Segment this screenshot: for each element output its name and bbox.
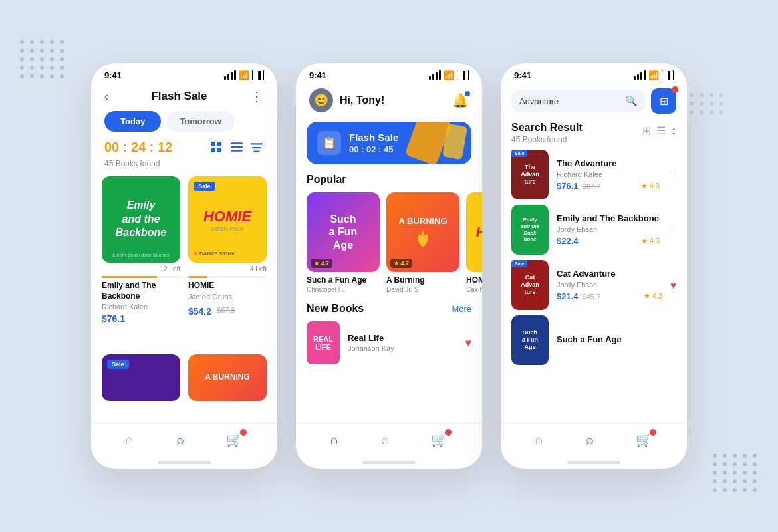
nav-home-3[interactable]: ⌂ xyxy=(535,432,543,448)
advanture-author: Richard Kalee xyxy=(557,170,660,178)
cat-info: Cat Advanture Jordy Ehsan $21.4 $45.7 ★ … xyxy=(557,269,662,302)
search-query-text: Advanture xyxy=(519,96,620,106)
book-burning-1[interactable]: Sale xyxy=(102,354,180,423)
popular-book-burning[interactable]: A BURNING ★ 4.7 A Burning David Jr. S xyxy=(386,192,459,293)
status-icons-1: 📶 ▐ xyxy=(224,70,264,80)
result-book-cat[interactable]: Sale CatAdvanture Cat Advanture Jordy Eh… xyxy=(511,260,676,310)
svg-rect-3 xyxy=(217,148,221,152)
popular-book-hom[interactable]: HO HOM Cak N xyxy=(466,192,482,293)
flash-sale-banner[interactable]: 📋 Flash Sale 00 : 02 : 45 xyxy=(307,122,471,164)
search-input-wrap[interactable]: Advanture 🔍 xyxy=(511,90,646,112)
cart-badge-3 xyxy=(650,429,656,436)
emily-price: $76.1 xyxy=(102,313,180,324)
svg-rect-5 xyxy=(231,146,243,147)
result-book-funage[interactable]: Sucha FunAge Such a Fun Age xyxy=(511,315,676,365)
tab-today[interactable]: Today xyxy=(104,111,161,132)
result-grid-icon[interactable]: ⊞ xyxy=(642,124,651,137)
funage-result-title: Such a Fun Age xyxy=(557,334,676,346)
svg-rect-1 xyxy=(217,142,221,146)
search-glass-icon: 🔍 xyxy=(625,95,638,107)
advanture-price: $76.1 xyxy=(557,181,579,191)
result-count: 45 Books found xyxy=(511,135,583,144)
cat-heart[interactable]: ♥ xyxy=(670,279,676,291)
nav-cart-1[interactable]: 🛒 xyxy=(226,432,243,448)
funage-rating: ★ 4.7 xyxy=(311,259,332,268)
cat-author: Jordy Ehsan xyxy=(557,281,662,289)
emily-result-heart[interactable]: ♡ xyxy=(668,224,676,236)
cart-badge-1 xyxy=(240,429,247,436)
nav-cart-2[interactable]: 🛒 xyxy=(431,432,448,448)
advanture-heart[interactable]: ♡ xyxy=(668,169,676,181)
reallife-title: Real Life xyxy=(348,333,457,343)
battery-icon-1: ▐ xyxy=(252,70,264,80)
search-icon-1: ⌕ xyxy=(176,432,184,448)
notification-bell[interactable]: 🔔 xyxy=(452,92,469,108)
emily-author: Richard Kalee xyxy=(102,303,180,311)
result-title: Search Result xyxy=(511,122,583,134)
grid-view-icon[interactable] xyxy=(209,140,224,155)
cat-cover: Sale CatAdvanture xyxy=(511,260,549,310)
burning-rating: ★ 4.7 xyxy=(390,259,412,268)
cat-sale-badge: Sale xyxy=(511,260,527,267)
filter-icon[interactable] xyxy=(249,140,264,155)
filter-icon: ⊞ xyxy=(660,95,668,108)
nav-search-2[interactable]: ⌕ xyxy=(381,432,389,448)
homie-price-orig: $67.5 xyxy=(217,306,235,314)
result-view-icons: ⊞ ☰ ↕ xyxy=(642,124,676,137)
emily-title: Emily and The Backbone xyxy=(102,281,180,301)
result-list-icon[interactable]: ☰ xyxy=(656,124,666,137)
home-icon-1: ⌂ xyxy=(126,432,134,448)
book-homie[interactable]: Sale HOMIE LOREM IPSUM ♥ DANZE STIMH 4 L… xyxy=(188,176,267,346)
filter-button[interactable]: ⊞ xyxy=(651,88,676,114)
popular-section-title: Popular xyxy=(296,174,482,192)
cat-cover-text: CatAdvanture xyxy=(519,272,541,297)
burning-content: A BURNING xyxy=(398,216,447,249)
home-indicator-3 xyxy=(567,461,620,464)
book-burning-2[interactable]: A BURNING xyxy=(188,354,267,423)
flash-sale-header: ‹ Flash Sale ⋮ xyxy=(91,83,277,111)
new-books-header: New Books More xyxy=(296,303,482,321)
cat-price-orig: $45.7 xyxy=(583,293,601,301)
book-emily[interactable]: Emilyand theBackbone Lorem ipsum dolor s… xyxy=(102,176,180,346)
back-button[interactable]: ‹ xyxy=(104,90,108,104)
burning-author: David Jr. S xyxy=(386,286,459,293)
menu-button[interactable]: ⋮ xyxy=(250,88,264,104)
filter-dot xyxy=(672,86,678,93)
homie-stock: 4 Left xyxy=(188,265,267,273)
nav-home-2[interactable]: ⌂ xyxy=(330,432,338,448)
advanture-price-orig: $87.7 xyxy=(583,182,601,190)
tab-tomorrow[interactable]: Tomorrow xyxy=(166,111,235,132)
emily-result-price-row: $22.4 ★ 4.3 xyxy=(557,236,660,246)
time-2: 9:41 xyxy=(309,70,326,80)
result-book-advanture[interactable]: Sale TheAdvanture The Advanture Richard … xyxy=(511,150,676,200)
reallife-heart[interactable]: ♥ xyxy=(465,337,472,349)
reallife-info: Real Life Johanson Kay xyxy=(348,333,457,352)
result-book-emily[interactable]: Emilyand theBackbone Emily and The Backb… xyxy=(511,205,676,255)
funage-result-info: Such a Fun Age xyxy=(557,334,676,346)
nav-search-1[interactable]: ⌕ xyxy=(176,432,184,448)
advanture-price-row: $76.1 $87.7 ★ 4.3 xyxy=(557,181,660,191)
list-view-icon[interactable] xyxy=(229,140,244,155)
new-book-reallife[interactable]: REALLIFE Real Life Johanson Kay ♥ xyxy=(296,321,482,371)
burning-cover-pop: A BURNING ★ 4.7 xyxy=(386,192,459,272)
more-link[interactable]: More xyxy=(452,304,471,314)
home-header: 😊 Hi, Tony! 🔔 xyxy=(296,83,482,122)
result-header-row: Search Result 45 Books found ⊞ ☰ ↕ xyxy=(501,122,687,150)
nav-home-1[interactable]: ⌂ xyxy=(126,432,134,448)
status-bar-1: 9:41 📶 ▐ xyxy=(91,63,277,83)
page-title: Flash Sale xyxy=(151,90,207,103)
svg-rect-4 xyxy=(231,142,243,144)
wifi-icon-2: 📶 xyxy=(444,70,454,80)
nav-cart-3[interactable]: 🛒 xyxy=(636,432,652,448)
advanture-cover: Sale TheAdvanture xyxy=(511,150,549,200)
emily-result-price: $22.4 xyxy=(557,236,579,246)
timer-row: 00 : 24 : 12 xyxy=(91,140,277,159)
time-1: 9:41 xyxy=(104,70,122,80)
nav-search-3[interactable]: ⌕ xyxy=(586,432,594,448)
homie-sale-badge: Sale xyxy=(194,182,215,191)
homie-cover: Sale HOMIE LOREM IPSUM ♥ DANZE STIMH xyxy=(188,176,267,263)
emily-stock: 12 Left xyxy=(102,265,180,273)
result-header: Search Result 45 Books found xyxy=(511,122,583,144)
result-sort-icon[interactable]: ↕ xyxy=(671,125,676,137)
popular-book-funage[interactable]: Sucha FunAge ★ 4.7 Such a Fun Age Christ… xyxy=(307,192,380,293)
